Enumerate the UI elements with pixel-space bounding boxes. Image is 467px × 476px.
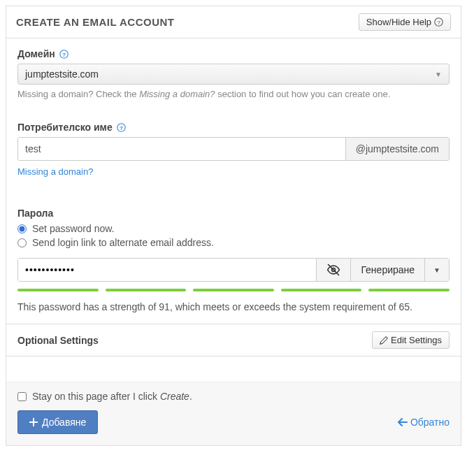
help-icon: ? (434, 17, 443, 27)
strength-segment (281, 289, 362, 291)
plus-icon (29, 418, 38, 426)
password-section: Парола Set password now. Send login link… (6, 198, 461, 324)
password-strength-text: This password has a strength of 91, whic… (17, 301, 450, 324)
svg-text:?: ? (120, 124, 123, 131)
help-icon[interactable]: ? (59, 50, 69, 59)
generate-password-button[interactable]: Генериране (350, 259, 424, 281)
chevron-down-icon: ▼ (435, 71, 442, 78)
svg-text:?: ? (437, 20, 440, 26)
pencil-icon (380, 336, 388, 345)
domain-hint: Missing a domain? Check the Missing a do… (17, 89, 450, 99)
strength-segment (17, 289, 99, 291)
generate-password-dropdown[interactable]: ▼ (424, 259, 449, 281)
strength-segment (368, 289, 450, 291)
domain-select[interactable]: jumptestsite.com ▼ (17, 64, 450, 85)
add-button[interactable]: Добавяне (17, 410, 98, 434)
strength-segment (106, 289, 187, 291)
optional-settings-label: Optional Settings (17, 335, 99, 346)
chevron-down-icon: ▼ (433, 266, 440, 274)
stay-on-page-checkbox[interactable] (17, 392, 27, 401)
domain-selected-value: jumptestsite.com (25, 68, 99, 80)
username-input[interactable] (18, 138, 345, 160)
password-input[interactable] (18, 259, 316, 281)
password-strength-bar (17, 289, 450, 291)
create-email-panel: CREATE AN EMAIL ACCOUNT Show/Hide Help ?… (6, 6, 461, 446)
password-radio-now[interactable] (17, 224, 27, 233)
panel-header: CREATE AN EMAIL ACCOUNT Show/Hide Help ? (6, 6, 461, 38)
svg-text:?: ? (62, 51, 66, 57)
username-label: Потребителско име (17, 122, 113, 133)
password-radio-link[interactable] (17, 238, 27, 247)
footer-area: Stay on this page after I click Create. … (6, 382, 461, 445)
optional-settings-row: Optional Settings Edit Settings (6, 324, 461, 356)
show-hide-help-button[interactable]: Show/Hide Help ? (359, 13, 451, 31)
page-title: CREATE AN EMAIL ACCOUNT (16, 16, 175, 28)
edit-settings-button[interactable]: Edit Settings (372, 331, 450, 349)
username-domain-suffix: @jumptestsite.com (345, 138, 449, 160)
password-option-link[interactable]: Send login link to alternate email addre… (17, 237, 450, 248)
stay-on-page-label: Stay on this page after I click Create. (32, 391, 192, 402)
toggle-password-visibility-button[interactable] (316, 259, 350, 281)
domain-section: Домейн ? jumptestsite.com ▼ Missing a do… (6, 38, 461, 99)
help-icon[interactable]: ? (117, 123, 126, 132)
arrow-left-icon (398, 418, 408, 426)
strength-segment (193, 289, 274, 291)
stay-on-page-row[interactable]: Stay on this page after I click Create. (6, 382, 461, 410)
spacer (6, 356, 461, 382)
missing-domain-link[interactable]: Missing a domain? (17, 166, 93, 177)
eye-off-icon (326, 263, 340, 277)
password-label: Парола (17, 208, 53, 219)
domain-label: Домейн (17, 48, 55, 59)
username-section: Потребителско име ? @jumptestsite.com Mi… (6, 112, 461, 177)
password-option-now[interactable]: Set password now. (17, 223, 450, 234)
back-link[interactable]: Обратно (398, 417, 450, 428)
